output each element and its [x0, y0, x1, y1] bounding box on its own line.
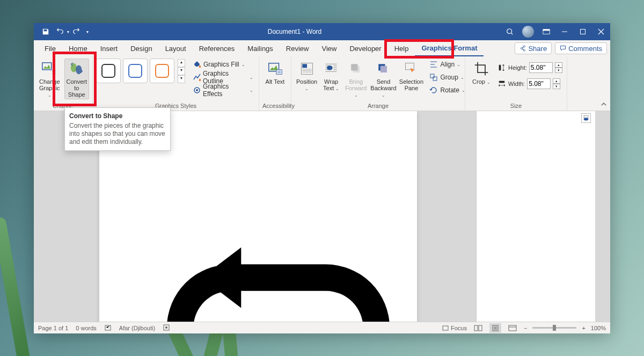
- height-input[interactable]: [529, 62, 553, 73]
- undo-button[interactable]: [53, 25, 66, 38]
- height-spin-up[interactable]: ▴: [555, 62, 562, 68]
- svg-rect-12: [156, 64, 169, 77]
- svg-rect-31: [443, 326, 448, 330]
- status-words[interactable]: 0 words: [76, 325, 97, 331]
- wrap-text-button[interactable]: Wrap Text ⌄: [321, 59, 341, 94]
- graphics-outline-button[interactable]: Graphics Outline ⌄: [191, 71, 255, 83]
- gallery-scroll-down[interactable]: ▾: [178, 67, 185, 75]
- zoom-out-button[interactable]: −: [524, 325, 527, 331]
- status-language[interactable]: Afar (Djibouti): [119, 325, 155, 331]
- tooltip-body: Convert the pieces of the graphic into s…: [69, 122, 166, 146]
- bring-forward-icon: [347, 60, 364, 77]
- wrap-text-icon: [323, 60, 340, 77]
- tab-references[interactable]: References: [193, 40, 241, 56]
- read-mode-button[interactable]: [472, 323, 484, 333]
- selected-graphic[interactable]: [162, 242, 395, 322]
- style-preset-1[interactable]: [96, 59, 121, 83]
- zoom-level[interactable]: 100%: [591, 325, 606, 331]
- zoom-in-button[interactable]: +: [582, 325, 585, 331]
- bring-forward-button[interactable]: Bring Forward ⌄: [343, 59, 368, 100]
- svg-rect-35: [509, 325, 516, 331]
- group-objects-button[interactable]: Group ⌄: [427, 71, 467, 83]
- save-button[interactable]: [39, 25, 52, 38]
- gallery-more[interactable]: ▾: [178, 75, 185, 83]
- ribbon-tabs: File Home Insert Design Layout Reference…: [34, 40, 610, 56]
- redo-button[interactable]: [70, 25, 83, 38]
- width-spin-up[interactable]: ▴: [553, 78, 560, 84]
- svg-rect-2: [543, 30, 550, 31]
- width-spin-down[interactable]: ▾: [553, 84, 560, 89]
- svg-rect-11: [129, 64, 142, 77]
- height-spin-down[interactable]: ▾: [555, 68, 562, 73]
- svg-rect-26: [430, 74, 434, 78]
- svg-point-6: [521, 48, 523, 49]
- width-input[interactable]: [527, 78, 551, 89]
- app-window: ▾ ▾ Document1 - Word File Home Insert De…: [34, 23, 610, 333]
- convert-to-shape-icon: [68, 60, 85, 77]
- position-button[interactable]: Position ⌄: [295, 59, 319, 94]
- collapse-ribbon-button[interactable]: [601, 101, 607, 108]
- rotate-button[interactable]: Rotate ⌄: [427, 84, 467, 96]
- svg-rect-27: [433, 77, 437, 81]
- style-preset-3[interactable]: [150, 59, 174, 83]
- search-button[interactable]: [501, 23, 519, 40]
- change-graphic-icon: [41, 60, 58, 77]
- print-layout-button[interactable]: [489, 323, 501, 333]
- status-proofing-icon[interactable]: [104, 324, 112, 332]
- zoom-slider[interactable]: [532, 327, 576, 329]
- selection-pane-icon: [402, 60, 420, 77]
- tab-home[interactable]: Home: [62, 40, 94, 56]
- alt-text-button[interactable]: Alt Text: [262, 59, 288, 86]
- svg-rect-33: [479, 325, 482, 331]
- selection-pane-button[interactable]: Selection Pane: [398, 59, 424, 93]
- share-button[interactable]: Share: [515, 42, 552, 54]
- close-button[interactable]: [592, 23, 610, 40]
- svg-rect-25: [406, 63, 414, 70]
- tab-insert[interactable]: Insert: [94, 40, 125, 56]
- crop-button[interactable]: Crop ⌄: [469, 59, 494, 88]
- align-button[interactable]: Align ⌄: [427, 59, 467, 70]
- svg-rect-18: [276, 70, 281, 74]
- tab-review[interactable]: Review: [280, 40, 316, 56]
- change-graphic-button[interactable]: Change Graphic ⌄: [37, 59, 62, 100]
- web-layout-button[interactable]: [507, 323, 518, 333]
- style-preset-2[interactable]: [123, 59, 148, 83]
- status-macro-icon[interactable]: [163, 324, 170, 332]
- crop-icon: [473, 60, 490, 77]
- tab-layout[interactable]: Layout: [159, 40, 193, 56]
- align-icon: [429, 60, 438, 69]
- send-backward-icon: [375, 60, 392, 77]
- window-title: Document1 - Word: [89, 28, 501, 35]
- right-panel: [476, 111, 595, 322]
- tab-mailings[interactable]: Mailings: [241, 40, 280, 56]
- status-page[interactable]: Page 1 of 1: [38, 325, 68, 331]
- layout-options-button[interactable]: [581, 113, 591, 123]
- outline-icon: [193, 73, 201, 82]
- user-avatar[interactable]: [522, 26, 534, 38]
- gallery-scroll-up[interactable]: ▴: [178, 59, 185, 67]
- graphics-fill-button[interactable]: Graphics Fill ⌄: [191, 59, 255, 70]
- tab-design[interactable]: Design: [124, 40, 158, 56]
- svg-rect-22: [352, 64, 358, 70]
- height-icon: [497, 63, 506, 72]
- rotate-icon: [429, 86, 438, 95]
- svg-point-16: [196, 89, 198, 91]
- send-backward-button[interactable]: Send Backward ⌄: [370, 59, 396, 100]
- title-bar: ▾ ▾ Document1 - Word: [34, 23, 610, 40]
- comments-button[interactable]: Comments: [555, 42, 607, 54]
- undo-dropdown-icon[interactable]: ▾: [67, 30, 69, 34]
- width-icon: [497, 79, 506, 88]
- alt-text-icon: [267, 60, 284, 77]
- ribbon-display-button[interactable]: [537, 23, 555, 40]
- tab-help[interactable]: Help: [388, 40, 415, 56]
- maximize-button[interactable]: [574, 23, 592, 40]
- minimize-button[interactable]: [555, 23, 574, 40]
- graphics-effects-button[interactable]: Graphics Effects ⌄: [191, 84, 255, 96]
- tab-file[interactable]: File: [38, 40, 62, 56]
- graphics-styles-gallery[interactable]: ▴ ▾ ▾: [96, 59, 185, 83]
- tab-view[interactable]: View: [315, 40, 343, 56]
- convert-to-shape-button[interactable]: Convert to Shape: [64, 59, 90, 99]
- tab-developer[interactable]: Developer: [343, 40, 387, 56]
- focus-mode-button[interactable]: Focus: [442, 324, 467, 332]
- tab-graphics-format[interactable]: Graphics Format: [415, 40, 484, 56]
